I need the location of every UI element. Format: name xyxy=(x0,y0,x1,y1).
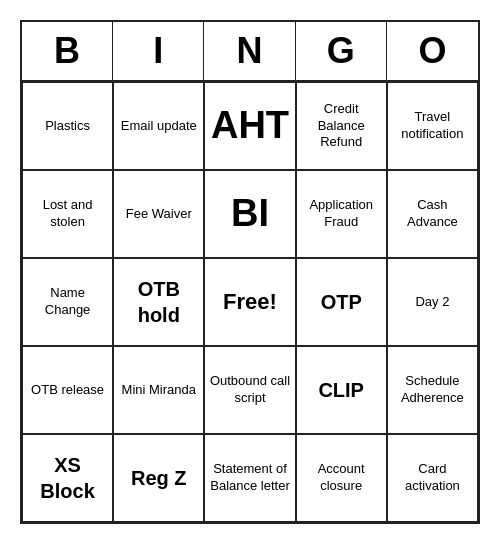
bingo-cell-17: Outbound call script xyxy=(204,346,295,434)
bingo-cell-13: OTP xyxy=(296,258,387,346)
bingo-cell-19: Schedule Adherence xyxy=(387,346,478,434)
bingo-cell-2: AHT xyxy=(204,82,295,170)
header-letter: G xyxy=(296,22,387,80)
bingo-cell-6: Fee Waiver xyxy=(113,170,204,258)
bingo-cell-24: Card activation xyxy=(387,434,478,522)
bingo-cell-8: Application Fraud xyxy=(296,170,387,258)
bingo-cell-16: Mini Miranda xyxy=(113,346,204,434)
bingo-card: BINGO PlasticsEmail updateAHTCredit Bala… xyxy=(20,20,480,524)
bingo-header: BINGO xyxy=(22,22,478,82)
header-letter: O xyxy=(387,22,478,80)
bingo-cell-11: OTB hold xyxy=(113,258,204,346)
bingo-cell-12: Free! xyxy=(204,258,295,346)
header-letter: B xyxy=(22,22,113,80)
bingo-cell-9: Cash Advance xyxy=(387,170,478,258)
bingo-cell-18: CLIP xyxy=(296,346,387,434)
bingo-cell-7: BI xyxy=(204,170,295,258)
header-letter: I xyxy=(113,22,204,80)
bingo-grid: PlasticsEmail updateAHTCredit Balance Re… xyxy=(22,82,478,522)
bingo-cell-22: Statement of Balance letter xyxy=(204,434,295,522)
bingo-cell-10: Name Change xyxy=(22,258,113,346)
bingo-cell-14: Day 2 xyxy=(387,258,478,346)
bingo-cell-1: Email update xyxy=(113,82,204,170)
bingo-cell-23: Account closure xyxy=(296,434,387,522)
bingo-cell-20: XS Block xyxy=(22,434,113,522)
bingo-cell-21: Reg Z xyxy=(113,434,204,522)
header-letter: N xyxy=(204,22,295,80)
bingo-cell-3: Credit Balance Refund xyxy=(296,82,387,170)
bingo-cell-15: OTB release xyxy=(22,346,113,434)
bingo-cell-0: Plastics xyxy=(22,82,113,170)
bingo-cell-5: Lost and stolen xyxy=(22,170,113,258)
bingo-cell-4: Travel notification xyxy=(387,82,478,170)
